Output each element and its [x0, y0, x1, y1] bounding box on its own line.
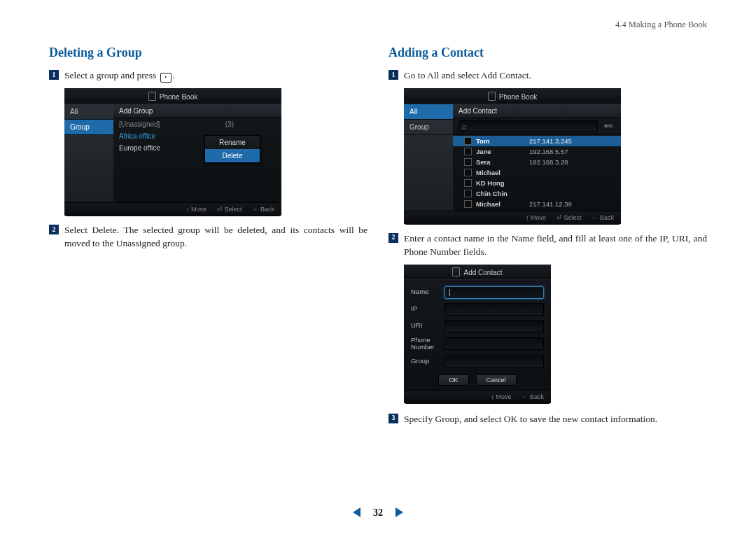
contact-row[interactable]: Jane192.168.5.57 [453, 146, 621, 157]
checkbox-icon[interactable] [464, 148, 472, 155]
phone-book-contacts-screenshot: Phone Book All Group Add Contact abc [404, 88, 621, 225]
contact-row[interactable]: Chin Chin [453, 188, 621, 199]
hint-back: ← Back [519, 393, 544, 400]
contact-ip: 217.141.12.39 [529, 200, 572, 208]
add-group-header[interactable]: Add Group [113, 104, 281, 118]
left-step-2: 2 Select Delete. The selected group will… [49, 223, 368, 251]
breadcrumb: 4.4 Making a Phone Book [49, 20, 707, 30]
hint-move: ↕ Move [524, 214, 546, 221]
adding-contact-heading: Adding a Contact [388, 45, 707, 60]
contact-ip: 217.141.3.245 [529, 137, 572, 145]
contact-row[interactable]: Michael [453, 167, 621, 178]
ip-field[interactable]: ... [444, 303, 544, 316]
hint-select: ⏎ Select [554, 214, 582, 221]
add-contact-form-screenshot: Add Contact Name IP ... URI [404, 265, 551, 404]
options-button-icon: • [160, 73, 172, 83]
contact-name: Sera [476, 158, 525, 166]
hint-back: ← Back [250, 206, 274, 213]
add-contact-header[interactable]: Add Contact [453, 104, 621, 118]
prev-page-icon[interactable] [353, 507, 360, 517]
menu-delete[interactable]: Delete [205, 149, 260, 162]
step-badge-1: 1 [388, 70, 398, 80]
right-step-3: 3 Specify Group, and select OK to save t… [388, 412, 707, 426]
label-ip: IP [411, 305, 439, 312]
right-step-1: 1 Go to All and select Add Contact. [388, 69, 707, 83]
label-name: Name [411, 288, 439, 295]
next-page-icon[interactable] [396, 507, 403, 517]
checkbox-icon[interactable] [464, 158, 472, 166]
contact-name: KD Hong [476, 179, 525, 187]
step-badge-2: 2 [49, 225, 59, 234]
step-badge-3: 3 [388, 414, 398, 423]
cancel-button[interactable]: Cancel [476, 374, 517, 386]
left-step-1: 1 Select a group and press •. [49, 69, 368, 83]
hint-back: ← Back [589, 214, 614, 221]
form-title: Add Contact [404, 265, 551, 280]
contact-name: Chin Chin [476, 190, 525, 197]
contact-row[interactable]: Sera192.168.3.28 [453, 157, 621, 167]
nav-group[interactable]: Group [404, 120, 453, 135]
checkbox-icon[interactable] [464, 137, 472, 145]
checkbox-icon[interactable] [464, 179, 472, 187]
label-phone: Phone Number [411, 337, 439, 351]
nav-all[interactable]: All [64, 104, 113, 120]
window-title: Phone Book [64, 88, 281, 104]
nav-all[interactable]: All [404, 104, 453, 120]
step-badge-2: 2 [388, 233, 398, 243]
left-column: Deleting a Group 1 Select a group and pr… [49, 45, 368, 431]
hint-select: ⏎ Select [215, 206, 242, 213]
checkbox-icon[interactable] [464, 200, 472, 208]
search-input[interactable] [458, 120, 598, 132]
label-group: Group [411, 358, 439, 365]
contact-name: Michael [476, 169, 525, 176]
deleting-group-heading: Deleting a Group [49, 45, 368, 60]
contact-row[interactable]: KD Hong [453, 178, 621, 188]
phone-field[interactable] [444, 337, 544, 350]
label-uri: URI [411, 322, 439, 329]
context-menu: Rename Delete [204, 135, 260, 163]
contact-row[interactable]: Michael217.141.12.39 [453, 199, 621, 209]
contact-ip: 192.168.3.28 [529, 158, 568, 166]
ok-button[interactable]: OK [438, 374, 468, 386]
input-mode-badge: abc [602, 122, 615, 129]
pager: 32 [0, 506, 756, 519]
contact-name: Jane [476, 148, 525, 155]
contact-ip: 192.168.5.57 [529, 148, 568, 155]
phone-book-delete-screenshot: Phone Book All Group Add Group [Unassign… [64, 88, 281, 216]
uri-field[interactable] [444, 320, 544, 332]
window-title: Phone Book [404, 88, 621, 104]
contact-row[interactable]: Tom217.141.3.245 [453, 136, 621, 146]
nav-group[interactable]: Group [64, 120, 113, 135]
hint-move: ↕ Move [184, 206, 206, 213]
hint-move: ↕ Move [489, 393, 511, 400]
page-number: 32 [373, 507, 383, 518]
right-step-2: 2 Enter a contact name in the Name field… [388, 232, 707, 259]
group-field[interactable] [444, 356, 544, 368]
name-field[interactable] [444, 286, 544, 299]
step-badge-1: 1 [49, 70, 59, 80]
contact-name: Michael [476, 200, 525, 208]
checkbox-icon[interactable] [464, 190, 472, 197]
checkbox-icon[interactable] [464, 169, 472, 176]
right-column: Adding a Contact 1 Go to All and select … [388, 45, 707, 431]
menu-rename[interactable]: Rename [205, 136, 260, 149]
contact-name: Tom [476, 137, 525, 145]
group-row-unassigned[interactable]: [Unassigned] (3) [113, 118, 281, 130]
